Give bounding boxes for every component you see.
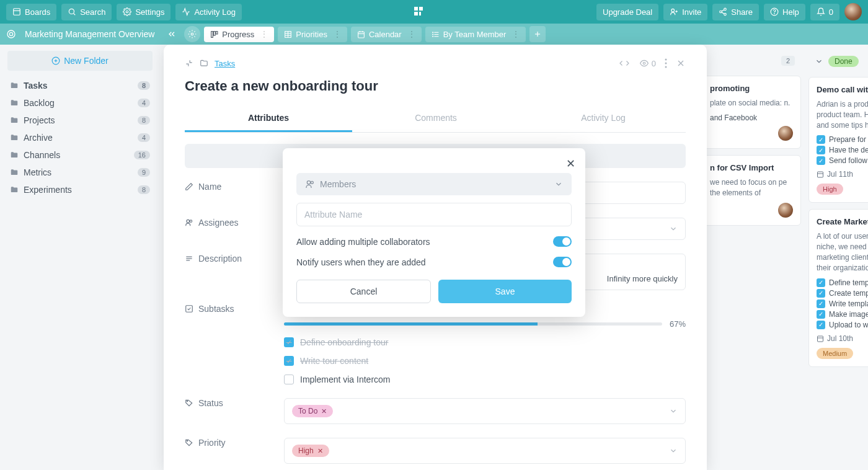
user-avatar[interactable] <box>844 3 862 20</box>
drag-handle-icon[interactable]: ⋮ <box>405 30 415 38</box>
checkbox-icon[interactable] <box>284 375 294 384</box>
attribute-name-input[interactable] <box>296 203 572 226</box>
tag-icon <box>185 399 193 407</box>
collapse-sidebar-icon[interactable] <box>163 29 180 39</box>
toggle-switch[interactable] <box>553 257 572 267</box>
task-card[interactable]: n for CSV Import we need to focus on ​pe… <box>702 155 801 226</box>
svg-point-21 <box>192 33 194 35</box>
checkbox-icon[interactable]: ✓ <box>817 310 825 319</box>
svg-line-16 <box>722 12 724 14</box>
toggle-notify-users: Notify users when they are added <box>296 257 572 267</box>
notifications-button[interactable]: 0 <box>810 4 839 20</box>
sidebar-item-tasks[interactable]: Tasks8 <box>7 77 153 94</box>
priority-select[interactable]: High✕ <box>284 438 686 464</box>
task-card[interactable]: Demo call with Adrian is a produc​t prod… <box>808 77 868 203</box>
cancel-button[interactable]: Cancel <box>296 280 431 303</box>
svg-rect-44 <box>818 172 823 177</box>
search-button[interactable]: Search <box>61 4 112 20</box>
svg-point-51 <box>665 66 667 68</box>
more-icon[interactable] <box>665 58 667 68</box>
activity-label: Activity Log <box>194 7 235 17</box>
svg-rect-7 <box>414 12 418 16</box>
progress-percent: 67% <box>670 319 686 329</box>
priority-badge: Medium <box>817 348 853 359</box>
tab-activitylog[interactable]: Activity Log <box>520 105 687 132</box>
tab-attributes[interactable]: Attributes <box>185 105 352 132</box>
svg-rect-22 <box>211 31 213 37</box>
calendar-icon <box>817 171 824 178</box>
sidebar-item-metrics[interactable]: Metrics9 <box>7 164 153 181</box>
checkbox-icon[interactable]: ✓ <box>284 337 294 347</box>
subtask-item[interactable]: Implement via Intercom <box>284 375 686 384</box>
tab-priorities[interactable]: Priorities⋮ <box>278 27 347 42</box>
sidebar: New Folder Tasks8 Backlog4 Projects8 Arc… <box>0 45 160 470</box>
kanban-icon <box>210 30 218 38</box>
top-header: Boards Search Settings Activity Log Upgr… <box>0 0 868 24</box>
add-view-button[interactable] <box>529 26 546 42</box>
svg-line-3 <box>74 13 76 15</box>
status-select[interactable]: To Do✕ <box>284 398 686 424</box>
task-card[interactable]: promoting plate on social media: ​n. and… <box>702 76 801 149</box>
attribute-type-select[interactable]: Members <box>296 173 572 195</box>
share-button[interactable]: Share <box>712 4 759 20</box>
prev-next-icon[interactable] <box>618 59 631 68</box>
checkbox-icon[interactable]: ✓ <box>817 278 825 287</box>
drag-handle-icon[interactable]: ⋮ <box>258 30 268 38</box>
checkbox-icon[interactable]: ✓ <box>817 156 825 165</box>
remove-icon[interactable]: ✕ <box>317 447 323 455</box>
notif-count: 0 <box>829 7 833 17</box>
drag-handle-icon[interactable]: ⋮ <box>510 30 520 38</box>
invite-button[interactable]: Invite <box>663 4 707 20</box>
svg-rect-65 <box>186 306 193 313</box>
table-icon <box>284 30 292 38</box>
sidebar-item-channels[interactable]: Channels16 <box>7 146 153 164</box>
tab-progress[interactable]: Progress⋮ <box>204 27 274 42</box>
svg-point-12 <box>724 8 727 10</box>
help-button[interactable]: Help <box>764 4 805 20</box>
modal-close-button[interactable]: ✕ <box>566 157 575 171</box>
save-button[interactable]: Save <box>438 280 572 303</box>
close-icon[interactable] <box>676 58 686 68</box>
toggle-switch[interactable] <box>553 236 572 247</box>
boards-button[interactable]: Boards <box>6 4 56 20</box>
chevron-down-icon <box>669 224 678 233</box>
activity-button[interactable]: Activity Log <box>175 4 241 20</box>
board-title[interactable]: Marketing Management Overview <box>20 29 159 39</box>
priority-badge: High <box>817 184 843 195</box>
sidebar-item-backlog[interactable]: Backlog4 <box>7 94 153 112</box>
settings-button[interactable]: Settings <box>117 4 170 20</box>
tab-calendar[interactable]: Calendar⋮ <box>351 27 422 42</box>
svg-rect-6 <box>419 7 423 11</box>
views-count: 0 <box>639 59 656 68</box>
tab-byteam[interactable]: By Team Member⋮ <box>425 27 526 42</box>
remove-icon[interactable]: ✕ <box>321 407 327 415</box>
drag-handle-icon[interactable]: ⋮ <box>331 30 341 38</box>
boards-label: Boards <box>25 7 50 17</box>
chevron-down-icon[interactable] <box>815 57 823 66</box>
folder-icon <box>10 99 19 107</box>
view-settings-button[interactable] <box>184 26 200 42</box>
checkbox-icon[interactable]: ✓ <box>817 289 825 298</box>
sidebar-item-projects[interactable]: Projects8 <box>7 112 153 129</box>
checkbox-icon[interactable]: ✓ <box>817 299 825 308</box>
task-card[interactable]: Create Marketi A lot of our users ​niche… <box>808 209 868 366</box>
task-title[interactable]: Create a new onboarding tour <box>185 78 686 94</box>
checkbox-icon[interactable]: ✓ <box>284 356 294 366</box>
checklist-icon <box>185 304 193 313</box>
breadcrumb-link[interactable]: Tasks <box>215 59 235 68</box>
subtask-item[interactable]: ✓Write tour content <box>284 356 686 366</box>
upgrade-button[interactable]: Upgrade Deal <box>596 4 658 20</box>
gear-icon <box>123 7 131 16</box>
checkbox-icon[interactable]: ✓ <box>817 146 825 154</box>
sidebar-item-experiments[interactable]: Experiments8 <box>7 181 153 198</box>
new-folder-button[interactable]: New Folder <box>7 51 153 71</box>
subtask-item[interactable]: ✓Define onboarding tour <box>284 337 686 347</box>
collapse-icon[interactable] <box>185 59 193 68</box>
tab-comments[interactable]: Comments <box>352 105 520 132</box>
svg-point-38 <box>432 36 433 37</box>
sidebar-item-archive[interactable]: Archive4 <box>7 129 153 146</box>
calendar-icon <box>357 30 365 38</box>
checkbox-icon[interactable]: ✓ <box>817 135 825 144</box>
users-icon <box>185 218 193 227</box>
checkbox-icon[interactable]: ✓ <box>817 321 825 329</box>
